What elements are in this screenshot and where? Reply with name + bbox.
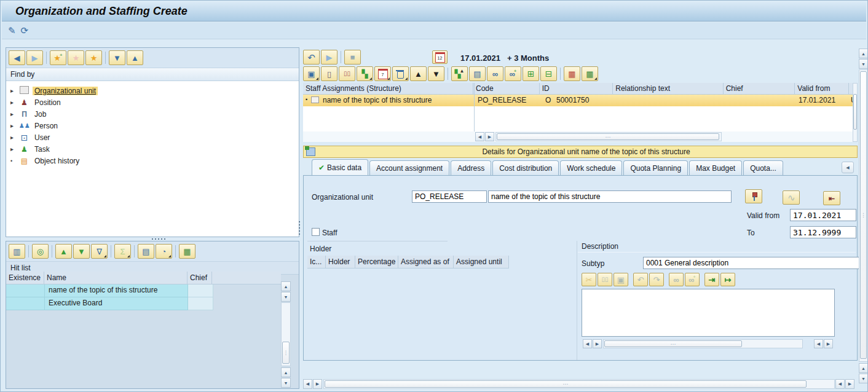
scroll-left-button[interactable]: ◀ xyxy=(814,339,823,348)
staff-checkbox[interactable] xyxy=(312,228,320,236)
search-button[interactable]: ◎ xyxy=(32,244,49,259)
collapse-all-button[interactable]: ▲ xyxy=(127,50,143,65)
tree-item-position[interactable]: ▸ ♟ Position xyxy=(6,96,299,108)
paste-button[interactable]: ▣ xyxy=(614,273,628,286)
expander-icon[interactable]: ▸ xyxy=(10,134,16,141)
chart-view-button[interactable]: ∿ xyxy=(783,190,800,205)
view-key-button[interactable]: ▦ xyxy=(564,66,580,81)
tab-cost-distribution[interactable]: Cost distribution xyxy=(492,160,559,175)
delimit-button[interactable]: 7 xyxy=(374,66,391,81)
cut-button[interactable]: ✂ xyxy=(582,273,596,286)
first-record-button[interactable]: ⇤ xyxy=(823,191,840,205)
scroll-left-button[interactable]: ◀ xyxy=(303,379,312,389)
scrollbar-thumb[interactable]: ⋯ xyxy=(604,340,742,347)
find-next-text-button[interactable]: ∞+ xyxy=(685,273,700,286)
favorite-button[interactable]: ★ xyxy=(68,50,84,65)
copy-structure-button[interactable]: ▣ xyxy=(303,66,320,81)
print-button[interactable]: ▤ xyxy=(138,244,154,259)
org-unit-name-input[interactable] xyxy=(488,190,732,203)
scroll-left-button[interactable]: ◀ xyxy=(835,379,845,389)
scrollbar-thumb[interactable]: ⋮ xyxy=(860,71,867,359)
export-text-button[interactable]: ↦ xyxy=(720,273,735,286)
sort-descending-button[interactable]: ▼ xyxy=(73,244,90,259)
column-header-icon[interactable]: Ic... xyxy=(307,256,326,269)
expander-icon[interactable]: ▸ xyxy=(10,99,16,106)
scroll-down-button[interactable]: ▼ xyxy=(859,374,868,383)
redo-text-button[interactable]: ↷ xyxy=(649,273,664,286)
expander-icon[interactable]: ▸ xyxy=(10,111,16,117)
display-change-icon[interactable]: ✎ xyxy=(8,25,16,36)
expander-icon[interactable]: ▸ xyxy=(10,87,16,94)
column-header-holder[interactable]: Holder xyxy=(326,256,355,269)
undo-button[interactable]: ↶ xyxy=(303,50,320,65)
back-button[interactable]: ◀ xyxy=(9,50,25,65)
view-selector-icon[interactable] xyxy=(306,147,315,156)
org-unit-checkbox[interactable] xyxy=(311,96,319,103)
scroll-down-button[interactable]: ▼ xyxy=(281,292,291,302)
delete-favorite-button[interactable]: ★ xyxy=(85,50,102,65)
date-period-button[interactable]: 12 xyxy=(432,50,448,64)
redo-button[interactable]: ▶ xyxy=(321,50,337,65)
refresh-icon[interactable]: ⟳ xyxy=(21,25,29,36)
column-header-chief[interactable]: Chief xyxy=(187,272,212,284)
column-header-structure[interactable]: Staff Assignments (Structure) xyxy=(303,83,473,95)
column-header-percentage[interactable]: Percentage xyxy=(355,256,398,269)
tab-account-assignment[interactable]: Account assignment xyxy=(369,160,449,175)
sort-ascending-button[interactable]: ▲ xyxy=(55,244,72,259)
valid-to-input[interactable] xyxy=(790,226,856,238)
expand-node-button[interactable]: ⊞ xyxy=(523,66,539,81)
scroll-right-button[interactable]: ▶ xyxy=(845,379,854,389)
expand-all-button[interactable]: ▼ xyxy=(109,50,125,65)
legend-button[interactable]: ≡ xyxy=(344,50,361,65)
copy-button[interactable]: ▯▯ xyxy=(339,66,355,81)
tree-item-person[interactable]: ▸ ♟♟ Person xyxy=(6,120,299,131)
scroll-left-button[interactable]: ◀ xyxy=(583,339,592,348)
scroll-right-button[interactable]: ▶ xyxy=(313,379,322,389)
org-assignment-button[interactable] xyxy=(745,189,762,203)
table-row[interactable]: name of the topic of this structure xyxy=(6,284,281,297)
chart-button[interactable]: ◔ xyxy=(156,244,172,259)
scroll-right-button[interactable]: ▶ xyxy=(485,132,494,141)
tab-basic-data[interactable]: ✔Basic data xyxy=(312,159,368,175)
table-row[interactable]: Executive Board xyxy=(6,297,281,310)
scrollbar-thumb[interactable] xyxy=(853,94,857,130)
column-header-valid-from[interactable]: Valid from xyxy=(795,83,849,95)
column-header-relationship[interactable]: Relationship text xyxy=(613,83,723,95)
scroll-down-button[interactable]: ▼ xyxy=(281,378,291,388)
scroll-left-button[interactable]: ◀ xyxy=(475,132,484,141)
collapse-node-button[interactable]: ⊟ xyxy=(540,66,557,81)
column-header-existence[interactable]: Existence xyxy=(6,272,44,284)
column-header-assigned-as-of[interactable]: Assigned as of xyxy=(398,256,454,269)
tree-item-object-history[interactable]: • ▤ Object history xyxy=(6,155,299,167)
add-favorite-button[interactable]: ★+ xyxy=(50,50,66,65)
column-header-chief[interactable]: Chief xyxy=(724,83,795,95)
tab-max-budget[interactable]: Max Budget xyxy=(689,160,742,175)
tab-quota-truncated[interactable]: Quota... xyxy=(743,160,783,175)
forward-button[interactable]: ▶ xyxy=(26,50,43,65)
scroll-up-button[interactable]: ▲ xyxy=(281,281,291,291)
scrollbar-thumb[interactable]: ⋮ xyxy=(282,342,290,364)
sum-button[interactable]: Σ xyxy=(114,244,131,259)
tree-item-organizational-unit[interactable]: ▸ Organizational unit xyxy=(6,85,299,96)
tree-item-job[interactable]: ▸ Π Job xyxy=(6,108,299,120)
export-spreadsheet-button[interactable]: ▦ xyxy=(179,244,195,259)
org-unit-code-input[interactable] xyxy=(412,190,487,203)
column-header-assigned-until[interactable]: Assigned until xyxy=(454,256,509,269)
tab-quota-planning[interactable]: Quota Planning xyxy=(623,160,688,175)
expander-icon[interactable]: ▸ xyxy=(10,146,16,152)
goto-parent-button[interactable]: ▚▲ xyxy=(451,66,468,81)
move-down-button[interactable]: ▼ xyxy=(428,66,444,81)
create-button[interactable]: ▯ xyxy=(321,66,337,81)
column-header-name[interactable]: Name xyxy=(44,272,187,284)
tab-address[interactable]: Address xyxy=(451,160,491,175)
valid-from-input[interactable] xyxy=(790,209,856,221)
column-header-code[interactable]: Code xyxy=(473,83,540,95)
find-next-button[interactable]: ∞+ xyxy=(505,66,521,81)
copy-text-button[interactable]: ▯▯ xyxy=(598,273,612,286)
scroll-up-button[interactable]: ▲ xyxy=(281,367,291,377)
scroll-down-button[interactable]: ▼ xyxy=(859,59,868,69)
description-textarea[interactable] xyxy=(582,289,835,337)
subtyp-dropdown[interactable]: 0001 General description ▼ xyxy=(643,257,868,269)
import-text-button[interactable]: ⇥ xyxy=(704,273,719,286)
move-up-button[interactable]: ▲ xyxy=(410,66,427,81)
